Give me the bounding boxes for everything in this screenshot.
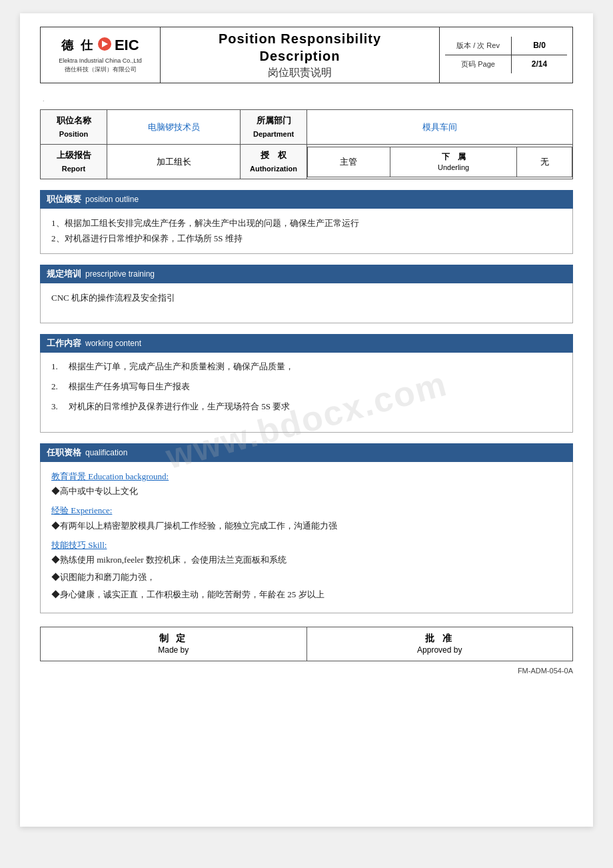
title-cell: Position Responsibility Description 岗位职责… [161, 27, 440, 83]
working-header: 工作内容 working content [40, 334, 573, 353]
meta-rev-row: 版本 / 次 Rev B/0 [445, 37, 567, 55]
logo-chinese: 德 仕 [61, 37, 95, 53]
approved-by-cell: 批 准 Approved by [306, 627, 573, 661]
education-item-1: ◆高中或中专以上文化 [51, 484, 562, 499]
footer-table: 制 定 Made by 批 准 Approved by [40, 627, 573, 661]
logo-main: 德 仕 EIC [46, 37, 155, 54]
approved-by-cn: 批 准 [318, 633, 562, 645]
skill-item-3: ◆身心健康，诚实正直，工作积极主动，能吃苦耐劳，年龄在 25 岁以上 [51, 587, 562, 602]
qualification-header-en: qualification [85, 448, 127, 457]
label-dept: 所属部门 Department [241, 110, 307, 145]
working-section: 工作内容 working content 1. 根据生产订单，完成产品生产和质量… [40, 334, 573, 433]
outline-item-2: 2、对机器进行日常维护和保养，工作场所 5S 维持 [51, 231, 562, 246]
meta-page-label: 页码 Page [445, 55, 512, 73]
skill-item-2: ◆识图能力和磨刀能力强， [51, 570, 562, 585]
value-dept: 模具车间 [307, 110, 573, 145]
training-header-cn: 规定培训 [47, 268, 81, 280]
qualification-content: 教育背景 Education background: ◆高中或中专以上文化 经验… [40, 462, 573, 614]
experience-section: 经验 Experience: ◆有两年以上精密塑胶模具厂操机工作经验，能独立完成… [51, 503, 562, 533]
education-label: 教育背景 Education background: [51, 469, 562, 484]
training-header: 规定培训 prescriptive training [40, 265, 573, 283]
meta-page-value: 2/14 [512, 55, 567, 73]
meta-cell: 版本 / 次 Rev B/0 页码 Page 2/14 [440, 27, 573, 83]
title-en: Position Responsibility Description [166, 30, 434, 65]
skill-item-1: ◆熟练使用 mikron,feeler 数控机床， 会使用法兰克面板和系统 [51, 553, 562, 567]
position-info-table: 职位名称 Position 电脑锣技术员 所属部门 Department 模具车… [40, 109, 573, 179]
meta-rev-value: B/0 [512, 37, 567, 55]
logo-eic: EIC [115, 37, 139, 54]
outline-header-en: position outline [85, 195, 139, 204]
experience-item-1: ◆有两年以上精密塑胶模具厂操机工作经验，能独立完成工作，沟通能力强 [51, 519, 562, 533]
logo-company-en: Elektra Industrial China Co.,Ltd 德仕科技（深圳… [46, 57, 155, 73]
logo-arrow-icon [97, 37, 112, 54]
made-by-en: Made by [158, 645, 189, 655]
value-report: 加工组长 [107, 145, 241, 179]
label-auth: 授 权 Authorization [241, 145, 307, 179]
skill-section: 技能技巧 Skill: ◆熟练使用 mikron,feeler 数控机床， 会使… [51, 537, 562, 603]
skill-label: 技能技巧 Skill: [51, 537, 562, 553]
logo-cell: 德 仕 EIC Elektra Industrial China Co.,Ltd… [41, 27, 161, 83]
made-by-cell: 制 定 Made by [41, 627, 307, 661]
outline-item-1: 1、根据加工组长安排完成生产任务，解决生产中出现的问题，确保生产正常运行 [51, 215, 562, 231]
working-header-cn: 工作内容 [47, 337, 81, 349]
meta-rev-label: 版本 / 次 Rev [445, 37, 512, 55]
title-cn: 岗位职责说明 [166, 66, 434, 80]
dot-separator: . [43, 95, 573, 103]
outline-content: 1、根据加工组长安排完成生产任务，解决生产中出现的问题，确保生产正常运行 2、对… [40, 209, 573, 254]
outline-section: 职位概要 position outline 1、根据加工组长安排完成生产任务，解… [40, 190, 573, 254]
header-table: 德 仕 EIC Elektra Industrial China Co.,Ltd… [40, 27, 573, 83]
working-content: 1. 根据生产订单，完成产品生产和质量检测，确保产品质量， 2. 根据生产任务填… [40, 353, 573, 433]
made-by-cn: 制 定 [51, 633, 296, 645]
outline-header: 职位概要 position outline [40, 190, 573, 209]
qualification-header: 任职资格 qualification [40, 443, 573, 462]
training-header-en: prescriptive training [85, 269, 155, 279]
qualification-section: 任职资格 qualification 教育背景 Education backgr… [40, 443, 573, 614]
working-header-en: working content [85, 339, 141, 348]
work-item-3: 3. 对机床的日常维护及保养进行作业，生产现场符合 5S 要求 [51, 399, 562, 414]
education-section: 教育背景 Education background: ◆高中或中专以上文化 [51, 469, 562, 499]
value-position: 电脑锣技术员 [107, 110, 241, 145]
experience-label: 经验 Experience: [51, 503, 562, 518]
value-supervisor: 主管 [308, 147, 390, 177]
auth-supervisor-underling-cell: 主管 下 属 Underling 无 [307, 145, 573, 179]
label-underling: 下 属 Underling [390, 147, 517, 177]
qualification-header-cn: 任职资格 [47, 447, 81, 459]
training-section: 规定培训 prescriptive training CNC 机床的操作流程及安… [40, 265, 573, 323]
approved-by-en: Approved by [417, 645, 462, 655]
doc-id: FM-ADM-054-0A [40, 667, 573, 675]
label-position: 职位名称 Position [41, 110, 107, 145]
training-content: CNC 机床的操作流程及安全指引 [40, 283, 573, 323]
value-underling: 无 [517, 147, 572, 177]
outline-header-cn: 职位概要 [47, 193, 81, 205]
training-item-1: CNC 机床的操作流程及安全指引 [51, 290, 562, 305]
meta-page-row: 页码 Page 2/14 [445, 55, 567, 73]
label-report: 上级报告 Report [41, 145, 107, 179]
work-item-2: 2. 根据生产任务填写每日生产报表 [51, 379, 562, 394]
page: www.bdocx.com 德 仕 EIC Elektra Industrial… [20, 13, 593, 827]
work-item-1: 1. 根据生产订单，完成产品生产和质量检测，确保产品质量， [51, 359, 562, 374]
